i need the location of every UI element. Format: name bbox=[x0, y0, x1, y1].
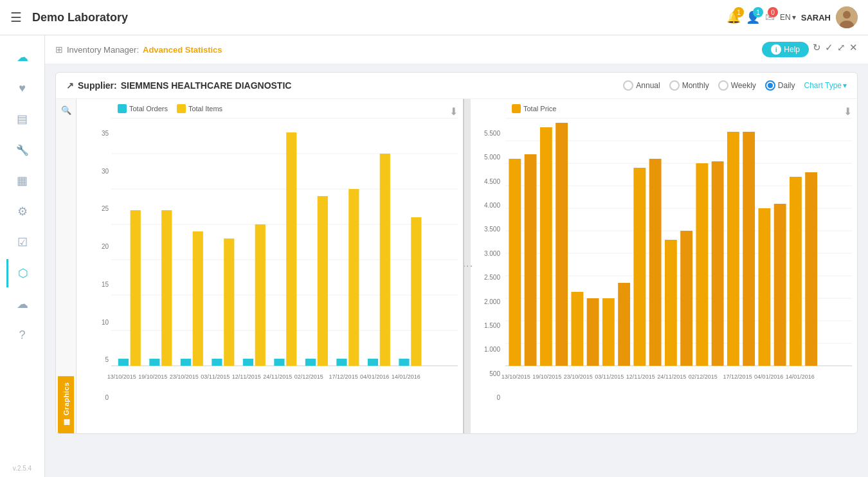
ry-label-2000: 2.000 bbox=[484, 298, 500, 305]
sidebar-item-help[interactable]: ? bbox=[6, 321, 39, 349]
svg-rect-46 bbox=[556, 123, 568, 366]
sidebar-item-tasks[interactable]: ☑ bbox=[6, 228, 39, 256]
user-avatar[interactable] bbox=[836, 6, 858, 28]
svg-rect-11 bbox=[118, 359, 129, 366]
ry-label-0: 0 bbox=[496, 394, 500, 401]
svg-rect-26 bbox=[348, 189, 359, 366]
x-label-6: 24/11/2015 bbox=[263, 374, 292, 380]
x-label-9: 04/01/2016 bbox=[360, 374, 389, 380]
cloud2-icon: ☁ bbox=[17, 297, 28, 311]
svg-rect-22 bbox=[286, 132, 296, 366]
sidebar-item-inventory[interactable]: ⬡ bbox=[6, 259, 39, 287]
annual-label: Annual bbox=[636, 81, 660, 90]
notification-bell[interactable]: 🔔 1 bbox=[727, 10, 741, 24]
sidebar: ☁ ♥ ▤ 🔧 ▦ ⚙ ☑ ⬡ ☁ ? v.2.5.4 bbox=[0, 35, 45, 477]
y-label-35: 35 bbox=[102, 130, 109, 137]
period-daily[interactable]: Daily bbox=[765, 80, 795, 91]
x-label-3: 23/10/2015 bbox=[170, 374, 199, 380]
ry-label-1500: 1.500 bbox=[484, 322, 500, 329]
language-selector[interactable]: EN ▾ bbox=[780, 13, 796, 22]
ry-label-3000: 3.000 bbox=[484, 250, 500, 257]
sidebar-item-charts[interactable]: ▦ bbox=[6, 166, 39, 195]
help-button[interactable]: i Help bbox=[762, 42, 809, 57]
right-chart-panel: Total Price ⬇ 5.500 5.000 4.500 4.000 3.… bbox=[471, 99, 857, 433]
barchart-icon: ▦ bbox=[17, 174, 28, 188]
chart-type-button[interactable]: Chart Type ▾ bbox=[804, 81, 847, 90]
gear-icon: ⚙ bbox=[17, 204, 28, 219]
sidebar-item-reports[interactable]: ▤ bbox=[6, 105, 39, 133]
svg-rect-20 bbox=[255, 224, 266, 366]
period-monthly[interactable]: Monthly bbox=[669, 80, 709, 91]
app-title: Demo Laboratory bbox=[32, 11, 727, 24]
download-icon-right[interactable]: ⬇ bbox=[844, 105, 852, 118]
navbar: ☰ Demo Laboratory 🔔 1 👤 1 ✉ 0 EN ▾ SARAH bbox=[0, 0, 868, 35]
x-label-8: 17/12/2015 bbox=[329, 374, 358, 380]
supplier-name: SIEMMENS HEALTHCARE DIAGNOSTIC bbox=[121, 80, 292, 91]
user-name[interactable]: SARAH bbox=[801, 13, 831, 22]
legend-items-label: Total Items bbox=[188, 105, 222, 113]
svg-rect-62 bbox=[805, 172, 817, 366]
help-q-icon: i bbox=[771, 44, 781, 55]
svg-rect-44 bbox=[525, 154, 537, 366]
y-label-5: 5 bbox=[105, 356, 109, 363]
legend-total-orders: Total Orders bbox=[118, 104, 168, 113]
rx-label-10: 14/01/2016 bbox=[786, 374, 815, 380]
ry-label-1000: 1.000 bbox=[484, 346, 500, 353]
svg-rect-18 bbox=[224, 239, 234, 366]
sidebar-item-cloud2[interactable]: ☁ bbox=[6, 290, 39, 318]
svg-rect-23 bbox=[305, 359, 316, 366]
ry-label-2500: 2.500 bbox=[484, 274, 500, 281]
breadcrumb-active: Advanced Statistics bbox=[143, 45, 222, 55]
sidebar-item-favorites[interactable]: ♥ bbox=[6, 74, 39, 102]
svg-rect-52 bbox=[649, 159, 662, 366]
divider-handle[interactable]: ⋮ bbox=[464, 99, 471, 433]
right-legend: Total Price bbox=[505, 104, 852, 113]
expand-icon[interactable]: ⤢ bbox=[837, 42, 845, 57]
svg-rect-17 bbox=[212, 359, 222, 366]
menu-icon[interactable]: ☰ bbox=[10, 10, 22, 25]
svg-rect-56 bbox=[712, 161, 724, 366]
sidebar-item-tools[interactable]: 🔧 bbox=[6, 136, 39, 164]
main-content: ⊞ Inventory Manager: Advanced Statistics… bbox=[45, 35, 868, 477]
radio-daily bbox=[765, 80, 775, 91]
weekly-label: Weekly bbox=[731, 81, 756, 90]
download-icon-left[interactable]: ⬇ bbox=[449, 105, 458, 118]
collapse-icon[interactable]: ✓ bbox=[825, 42, 833, 57]
y-label-0: 0 bbox=[105, 394, 109, 401]
chart-body: 🔍 ▦ Graphics Total Orders bbox=[56, 99, 857, 433]
rx-label-5: 12/11/2015 bbox=[626, 374, 655, 380]
ry-label-3500: 3.500 bbox=[484, 226, 500, 233]
svg-rect-14 bbox=[161, 210, 172, 366]
x-label-2: 19/10/2015 bbox=[138, 374, 167, 380]
svg-rect-15 bbox=[181, 359, 191, 366]
search-icon[interactable]: 🔍 bbox=[61, 105, 71, 115]
period-annual[interactable]: Annual bbox=[623, 80, 660, 91]
version-label: v.2.5.4 bbox=[13, 465, 32, 472]
period-weekly[interactable]: Weekly bbox=[718, 80, 756, 91]
legend-orders-box bbox=[118, 104, 127, 113]
sidebar-item-settings[interactable]: ⚙ bbox=[6, 197, 39, 226]
navbar-right: 🔔 1 👤 1 ✉ 0 EN ▾ SARAH bbox=[727, 6, 858, 28]
svg-rect-29 bbox=[399, 359, 409, 366]
mail-notification[interactable]: ✉ 0 bbox=[765, 10, 775, 24]
ry-label-4000: 4.000 bbox=[484, 202, 500, 209]
user-notification[interactable]: 👤 1 bbox=[746, 10, 760, 24]
refresh-icon[interactable]: ↻ bbox=[813, 42, 821, 57]
right-chart-svg: 13/10/2015 19/10/2015 23/10/2015 03/11/2… bbox=[505, 118, 852, 369]
y-label-10: 10 bbox=[102, 319, 109, 326]
rx-label-3: 23/10/2015 bbox=[564, 374, 593, 380]
heart-icon: ♥ bbox=[19, 82, 26, 95]
close-icon[interactable]: ✕ bbox=[849, 42, 858, 57]
help-label: Help bbox=[784, 45, 800, 54]
tasks-icon: ☑ bbox=[17, 235, 28, 249]
sidebar-item-cloud[interactable]: ☁ bbox=[6, 43, 39, 71]
ry-label-500: 500 bbox=[489, 370, 500, 377]
radio-monthly bbox=[669, 80, 680, 91]
x-label-5: 12/11/2015 bbox=[232, 374, 261, 380]
svg-rect-61 bbox=[790, 177, 802, 366]
rx-label-9: 04/01/2016 bbox=[754, 374, 783, 380]
trend-icon: ↗ bbox=[66, 80, 74, 91]
y-label-25: 25 bbox=[102, 205, 109, 212]
x-label-7: 02/12/2015 bbox=[294, 374, 323, 380]
graphics-tab[interactable]: ▦ Graphics bbox=[58, 376, 74, 433]
